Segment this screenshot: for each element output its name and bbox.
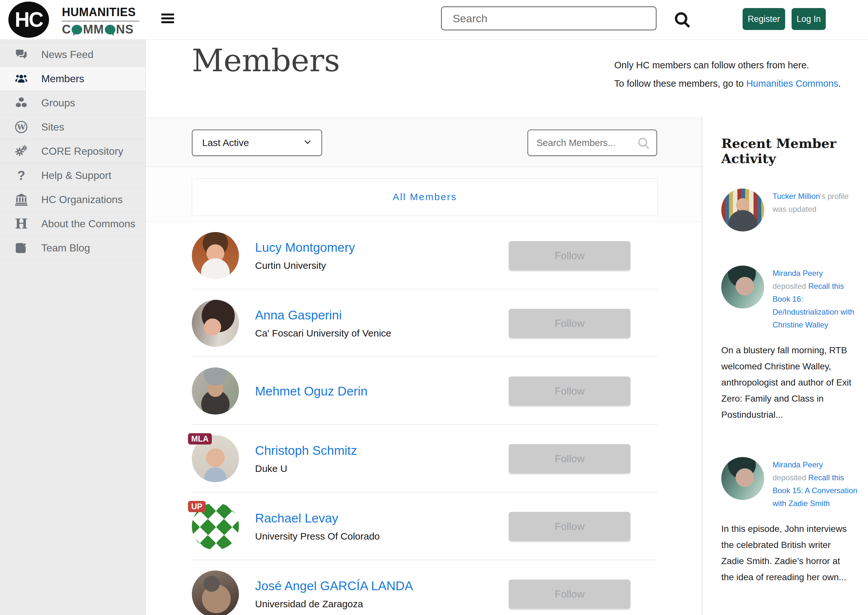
wordmark-letters: NS: [116, 23, 134, 36]
wordmark-line2: CMMNS: [62, 23, 139, 36]
wordmark-letters: MM: [83, 23, 104, 36]
follow-notice: Only HC members can follow others from h…: [614, 56, 841, 93]
activity-head: Miranda Peery deposited Recall this Book…: [721, 265, 858, 331]
wordmark-line1: HUMANITIES: [62, 5, 139, 22]
hc-logo[interactable]: HC: [8, 2, 49, 38]
members-list: Lucy Montgomery Curtin University Follow…: [146, 222, 702, 615]
sidebar-item-core-repository[interactable]: CORE Repository: [0, 139, 145, 164]
cubes-icon: [13, 96, 30, 109]
follow-notice-line2: To follow these members, go to Humanitie…: [614, 75, 841, 93]
sidebar-item-hc-organizations[interactable]: HC Organizations: [0, 187, 145, 212]
activity-action: deposited: [773, 473, 808, 482]
member-avatar[interactable]: [192, 571, 239, 615]
sort-order-dropdown[interactable]: Last Active: [192, 130, 322, 156]
filter-bar: Last Active: [146, 118, 702, 167]
speech-bubble-icon: [72, 25, 82, 34]
sidebar-item-label: Groups: [41, 97, 75, 109]
activity-item: Tucker Million's profile was updated: [721, 189, 858, 231]
hamburger-menu-icon[interactable]: [161, 14, 174, 25]
member-info: Rachael Levay University Press Of Colora…: [255, 503, 380, 550]
activity-text: Miranda Peery deposited Recall this Book…: [773, 265, 858, 331]
chevron-down-icon: [302, 136, 313, 150]
member-name-link[interactable]: Lucy Montgomery: [255, 241, 355, 254]
page-header-band: Members Only HC members can follow other…: [146, 39, 868, 118]
activity-avatar[interactable]: [721, 265, 764, 309]
left-sidebar: News Feed Members Groups W Sites CORE Re…: [0, 39, 146, 615]
register-button[interactable]: Register: [743, 8, 785, 30]
member-affiliation: Duke U: [255, 464, 357, 473]
gears-icon: [13, 144, 30, 158]
member-name-link[interactable]: Mehmet Oguz Derin: [255, 385, 368, 397]
sidebar-item-label: Team Blog: [41, 242, 90, 254]
member-info: José Angel GARCÍA LANDA Universidad de Z…: [255, 571, 413, 615]
search-icon[interactable]: [673, 10, 692, 30]
member-avatar[interactable]: [192, 300, 239, 347]
member-row: Anna Gasperini Ca' Foscari University of…: [192, 289, 658, 357]
search-icon: [637, 136, 651, 151]
follow-button[interactable]: Follow: [509, 579, 631, 609]
member-name-link[interactable]: José Angel GARCÍA LANDA: [255, 579, 413, 592]
sidebar-item-groups[interactable]: Groups: [0, 91, 145, 115]
follow-button[interactable]: Follow: [509, 309, 631, 338]
member-search: [528, 130, 657, 156]
member-row: UP Rachael Levay University Press Of Col…: [192, 493, 658, 560]
sidebar-item-about-the-commons[interactable]: H About the Commons: [0, 212, 145, 236]
humanities-commons-wordmark[interactable]: HUMANITIES CMMNS: [62, 5, 139, 36]
activity-actor-link[interactable]: Miranda Peery: [773, 460, 823, 469]
bank-icon: [13, 193, 30, 206]
activity-avatar[interactable]: [721, 189, 764, 231]
follow-button[interactable]: Follow: [509, 376, 631, 406]
activity-list: Tucker Million's profile was updated Mir…: [721, 189, 858, 615]
h-letter-icon: H: [13, 216, 30, 232]
activity-avatar[interactable]: [721, 457, 764, 500]
sidebar-item-sites[interactable]: W Sites: [0, 115, 145, 139]
sidebar-item-help-support[interactable]: ? Help & Support: [0, 164, 145, 187]
member-avatar[interactable]: [192, 232, 239, 279]
member-affiliation: University Press Of Colorado: [255, 532, 380, 541]
member-name-link[interactable]: Christoph Schmitz: [255, 444, 357, 457]
member-avatar-wrap: MLA: [192, 435, 239, 482]
follow-button[interactable]: Follow: [509, 512, 631, 541]
users-icon: [13, 72, 30, 85]
tab-all-members[interactable]: All Members: [192, 179, 658, 215]
activity-body: In this episode, John interviews the cel…: [721, 521, 854, 585]
login-button[interactable]: Log In: [792, 8, 826, 30]
activity-actor-link[interactable]: Miranda Peery: [773, 269, 823, 278]
member-name-link[interactable]: Anna Gasperini: [255, 309, 392, 322]
members-tabs-section: All Members: [146, 167, 702, 222]
member-info: Mehmet Oguz Derin: [255, 367, 368, 415]
recent-activity-title: Recent Member Activity: [721, 136, 858, 166]
recent-activity-rail: Recent Member Activity Tucker Million's …: [702, 118, 868, 615]
activity-actor-link[interactable]: Tucker Million: [773, 192, 820, 200]
activity-item: Miranda Peery deposited Recall this Book…: [721, 265, 858, 423]
sidebar-item-news-feed[interactable]: News Feed: [0, 42, 145, 67]
speech-bubble-icon: [105, 25, 116, 34]
member-badge: MLA: [188, 433, 212, 445]
member-info: Lucy Montgomery Curtin University: [255, 232, 355, 279]
svg-text:W: W: [17, 123, 25, 131]
sidebar-item-members[interactable]: Members: [0, 67, 145, 91]
sidebar-item-label: Help & Support: [41, 170, 111, 181]
site-search-input[interactable]: [441, 6, 656, 30]
humanities-commons-link[interactable]: Humanities Commons: [746, 78, 838, 89]
sidebar-item-team-blog[interactable]: Team Blog: [0, 236, 145, 260]
follow-button[interactable]: Follow: [509, 444, 631, 473]
members-directory-page: { "header": { "logo_monogram": "HC", "lo…: [0, 0, 868, 615]
activity-body: On a blustery fall morning, RTB welcomed…: [721, 342, 854, 423]
sidebar-item-label: HC Organizations: [41, 194, 123, 206]
member-info: Christoph Schmitz Duke U: [255, 435, 357, 482]
member-avatar-wrap: [192, 300, 239, 347]
activity-text: Tucker Million's profile was updated: [773, 189, 858, 231]
activity-text: Miranda Peery deposited Recall this Book…: [773, 457, 858, 510]
activity-item: Miranda Peery deposited Recall this Book…: [721, 457, 858, 585]
member-avatar[interactable]: [192, 367, 239, 415]
top-header: HC HUMANITIES CMMNS Register Log In: [0, 0, 868, 40]
follow-button[interactable]: Follow: [509, 241, 631, 270]
question-icon: ?: [13, 168, 30, 183]
member-affiliation: Universidad de Zaragoza: [255, 599, 413, 609]
member-avatar-wrap: UP: [192, 503, 239, 550]
sort-order-value: Last Active: [202, 137, 249, 148]
sidebar-item-label: News Feed: [41, 49, 94, 61]
sidebar-item-label: Sites: [41, 121, 64, 133]
member-name-link[interactable]: Rachael Levay: [255, 512, 380, 524]
